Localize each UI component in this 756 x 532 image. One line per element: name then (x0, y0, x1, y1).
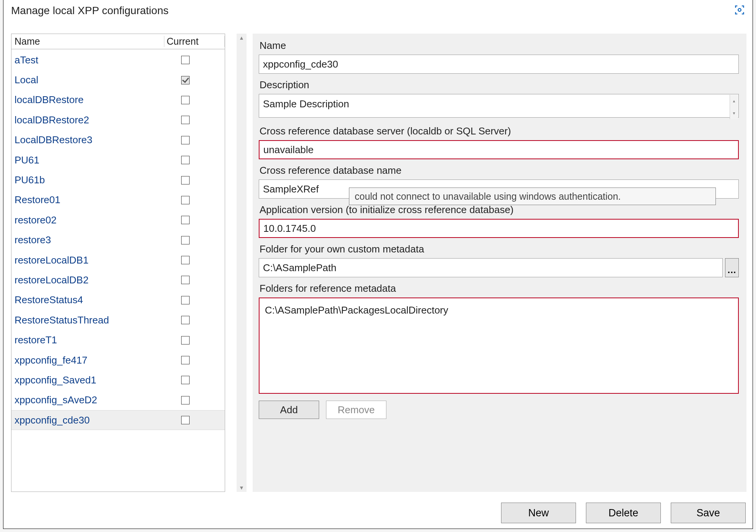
footer-buttons: New Delete Save (501, 503, 746, 523)
config-name-link[interactable]: xppconfig_Saved1 (15, 374, 164, 386)
list-row[interactable]: xppconfig_cde30 (11, 410, 225, 430)
current-checkbox[interactable] (181, 96, 190, 104)
current-checkbox[interactable] (181, 336, 190, 344)
list-row[interactable]: PU61b (11, 170, 225, 190)
current-checkbox[interactable] (181, 376, 190, 384)
list-row[interactable]: RestoreStatusThread (11, 310, 225, 330)
list-row[interactable]: localDBRestore2 (11, 110, 225, 130)
current-cell (164, 296, 206, 304)
config-name-link[interactable]: localDBRestore (15, 94, 164, 106)
list-row[interactable]: Restore01 (11, 190, 225, 210)
config-name-link[interactable]: localDBRestore2 (15, 114, 164, 126)
chevron-up-icon[interactable]: ▲ (730, 95, 738, 107)
tooltip-text: could not connect to unavailable using w… (355, 191, 621, 202)
current-cell (164, 416, 206, 424)
current-checkbox[interactable] (181, 356, 190, 364)
list-row[interactable]: RestoreStatus4 (11, 290, 225, 310)
config-name-link[interactable]: aTest (15, 54, 164, 66)
xref-server-label: Cross reference database server (localdb… (260, 125, 739, 137)
window-title: Manage local XPP configurations (11, 5, 169, 17)
current-cell (164, 316, 206, 324)
list-header-row: Name Current (11, 34, 225, 49)
list-row[interactable]: restoreT1 (11, 330, 225, 350)
current-cell (164, 196, 206, 204)
config-name-link[interactable]: restoreLocalDB1 (15, 254, 164, 266)
list-row[interactable]: xppconfig_Saved1 (11, 370, 225, 390)
remove-button[interactable]: Remove (326, 401, 386, 419)
list-row[interactable]: xppconfig_fe417 (11, 350, 225, 370)
list-row[interactable]: Local (11, 70, 225, 90)
config-name-link[interactable]: restoreLocalDB2 (15, 274, 164, 286)
custom-meta-row: ... (259, 258, 739, 277)
scroll-down-icon[interactable]: ▼ (237, 483, 247, 492)
config-name-link[interactable]: xppconfig_fe417 (15, 354, 164, 366)
list-row[interactable]: restoreLocalDB1 (11, 250, 225, 270)
window-header: Manage local XPP configurations (3, 0, 753, 24)
list-row[interactable]: localDBRestore (11, 90, 225, 110)
current-checkbox[interactable] (181, 176, 190, 184)
description-input[interactable] (259, 94, 739, 118)
current-checkbox[interactable] (181, 256, 190, 264)
save-button[interactable]: Save (671, 503, 746, 523)
config-name-link[interactable]: restore3 (15, 234, 164, 246)
column-header-name[interactable]: Name (11, 36, 164, 47)
config-name-link[interactable]: LocalDBRestore3 (15, 134, 164, 146)
current-checkbox[interactable] (181, 156, 190, 164)
list-row[interactable]: LocalDBRestore3 (11, 130, 225, 150)
config-name-link[interactable]: restore02 (15, 214, 164, 226)
current-cell (164, 256, 206, 264)
new-button[interactable]: New (501, 503, 576, 523)
list-row[interactable]: restoreLocalDB2 (11, 270, 225, 290)
current-cell (164, 236, 206, 244)
chevron-down-icon[interactable]: ▼ (730, 107, 738, 119)
current-checkbox[interactable] (181, 396, 190, 404)
current-cell (164, 136, 206, 144)
focus-icon[interactable] (733, 4, 746, 16)
current-checkbox[interactable] (181, 316, 190, 324)
add-button[interactable]: Add (259, 401, 319, 419)
app-version-input[interactable] (259, 219, 739, 238)
current-checkbox[interactable] (181, 136, 190, 144)
current-checkbox[interactable] (181, 276, 190, 284)
config-name-link[interactable]: PU61 (15, 154, 164, 166)
config-name-link[interactable]: xppconfig_cde30 (15, 414, 164, 426)
scrollbar[interactable]: ▲ ▼ (237, 34, 247, 492)
list-row[interactable]: restore3 (11, 230, 225, 250)
current-checkbox[interactable] (181, 236, 190, 244)
current-checkbox[interactable] (181, 56, 190, 64)
current-checkbox[interactable] (181, 216, 190, 224)
ref-buttons: Add Remove (259, 401, 739, 419)
config-name-link[interactable]: Restore01 (15, 194, 164, 206)
current-cell (164, 216, 206, 224)
app-version-label: Application version (to initialize cross… (260, 204, 739, 216)
config-name-link[interactable]: Local (15, 74, 164, 86)
ref-meta-item[interactable]: C:\ASamplePath\PackagesLocalDirectory (265, 304, 733, 316)
xref-server-input[interactable] (259, 140, 739, 159)
current-checkbox[interactable] (181, 196, 190, 204)
list-row[interactable]: xppconfig_sAveD2 (11, 390, 225, 410)
config-list-rows: aTestLocallocalDBRestorelocalDBRestore2L… (11, 49, 225, 430)
config-name-link[interactable]: PU61b (15, 174, 164, 186)
name-input[interactable] (259, 55, 739, 74)
config-name-link[interactable]: RestoreStatusThread (15, 314, 164, 326)
browse-button[interactable]: ... (725, 258, 739, 277)
current-cell (164, 76, 206, 84)
ref-meta-label: Folders for reference metadata (260, 283, 739, 294)
current-checkbox[interactable] (181, 116, 190, 124)
ref-meta-list[interactable]: C:\ASamplePath\PackagesLocalDirectory (259, 298, 739, 394)
current-checkbox[interactable] (181, 296, 190, 304)
custom-meta-input[interactable] (259, 258, 723, 277)
column-header-current[interactable]: Current (164, 36, 225, 47)
list-row[interactable]: aTest (11, 50, 225, 70)
config-name-link[interactable]: restoreT1 (15, 334, 164, 346)
delete-button[interactable]: Delete (586, 503, 661, 523)
description-spinner[interactable]: ▲ ▼ (730, 95, 738, 119)
list-row[interactable]: restore02 (11, 210, 225, 230)
list-row[interactable]: PU61 (11, 150, 225, 170)
scroll-up-icon[interactable]: ▲ (237, 34, 247, 42)
current-checkbox[interactable] (181, 76, 190, 84)
description-wrap: ▲ ▼ (259, 94, 739, 120)
config-name-link[interactable]: xppconfig_sAveD2 (15, 394, 164, 406)
config-name-link[interactable]: RestoreStatus4 (15, 294, 164, 306)
current-checkbox[interactable] (181, 416, 190, 424)
